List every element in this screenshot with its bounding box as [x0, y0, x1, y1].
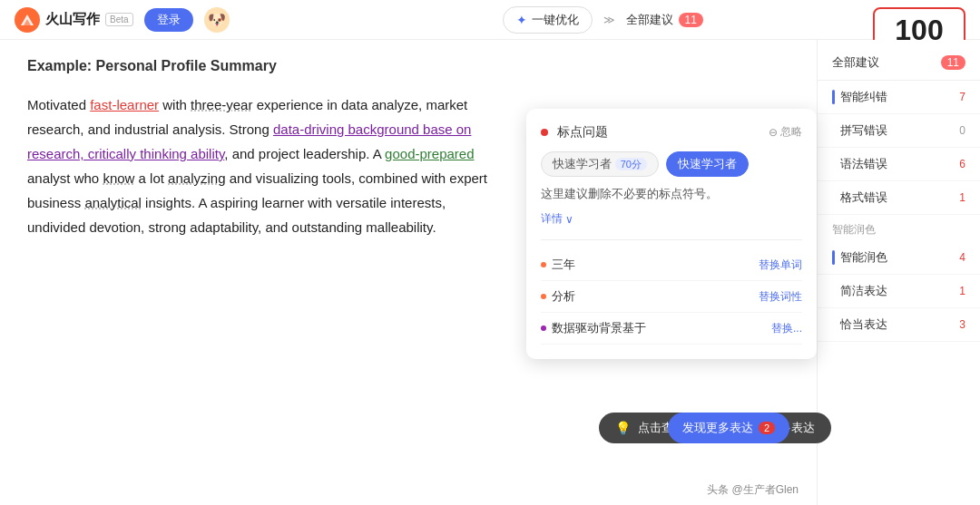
- sidebar-count-4: 1: [959, 191, 965, 204]
- avatar-button[interactable]: 🐶: [204, 7, 230, 33]
- sidebar-header: 全部建议 11: [818, 51, 980, 81]
- discover-button[interactable]: 发现更多表达 2: [668, 413, 789, 443]
- panel-detail-button[interactable]: 详情 ∨: [541, 211, 802, 227]
- sidebar-item-spelling[interactable]: 拼写错误 0: [818, 114, 980, 148]
- suggestions-count: 11: [679, 13, 703, 27]
- app-name: 火山写作: [45, 11, 100, 28]
- panel-header: 标点问题 ⊖ 忽略: [541, 123, 802, 141]
- row-action-3[interactable]: 替换...: [771, 321, 802, 336]
- highlight-know[interactable]: know: [103, 170, 134, 186]
- sidebar-indicator-7: [832, 317, 835, 332]
- document-title: Example: Personal Profile Summary: [27, 58, 499, 74]
- panel-options: 快速学习者 70分 快速学习者: [541, 151, 802, 177]
- sidebar-item-smart-correction[interactable]: 智能纠错 7: [818, 81, 980, 114]
- panel-row-1[interactable]: 三年 替换单词: [541, 249, 802, 281]
- sidebar-item-left-7: 恰当表达: [832, 316, 887, 333]
- panel-detail-text: 详情: [541, 211, 563, 227]
- more-options-icon[interactable]: ≫: [603, 14, 615, 26]
- optimize-button[interactable]: ✦ 一键优化: [503, 6, 593, 34]
- panel-dot-icon: [541, 129, 548, 136]
- original-option-text: 快速学习者: [553, 157, 612, 170]
- row-action-2[interactable]: 替换词性: [759, 289, 802, 305]
- sidebar-header-count: 11: [941, 55, 965, 70]
- sidebar-label-7: 恰当表达: [840, 316, 887, 333]
- sidebar-label-6: 简洁表达: [840, 283, 887, 299]
- highlight-analytical[interactable]: analytical: [84, 195, 142, 210]
- sidebar-count-2: 0: [959, 124, 965, 137]
- tooltip-icon: 💡: [615, 421, 631, 435]
- active-option[interactable]: 快速学习者: [666, 151, 749, 177]
- row-text-1: 三年: [552, 257, 575, 273]
- highlight-analyzing[interactable]: analyzing: [168, 170, 225, 186]
- text-motivated: Motivated: [27, 97, 90, 112]
- logo-icon: [15, 7, 40, 33]
- chevron-down-icon: ∨: [565, 213, 573, 226]
- sidebar-label-2: 拼写错误: [840, 122, 887, 139]
- panel-row-3[interactable]: 数据驱动背景基于 替换...: [541, 313, 802, 345]
- sidebar-indicator-5: [832, 250, 835, 265]
- optimize-label: 一键优化: [532, 12, 579, 28]
- sidebar-indicator-1: [832, 90, 835, 104]
- ignore-button[interactable]: ⊖ 忽略: [769, 124, 802, 140]
- sidebar-label-4: 格式错误: [840, 189, 887, 206]
- panel-note: 这里建议删除不必要的标点符号。: [541, 186, 802, 202]
- option-score: 70分: [615, 158, 647, 170]
- original-option[interactable]: 快速学习者 70分: [541, 151, 659, 177]
- sidebar-item-grammar[interactable]: 语法错误 6: [818, 148, 980, 181]
- ignore-label: 忽略: [780, 124, 802, 140]
- text-analyst: analyst who: [27, 170, 103, 186]
- suggestion-panel: 标点问题 ⊖ 忽略 快速学习者 70分 快速学习者 这里建议删除不必要的标点符号…: [526, 109, 817, 359]
- row-text-3: 数据驱动背景基于: [552, 320, 646, 336]
- document-body[interactable]: Motivated fast-learner with three-year e…: [27, 92, 499, 239]
- sidebar-label-5: 智能润色: [840, 249, 887, 266]
- sidebar-section-polish: 智能润色: [818, 215, 980, 241]
- row-dot-icon-3: [541, 325, 546, 331]
- sidebar-count-5: 4: [959, 251, 965, 264]
- sidebar-indicator-3: [832, 157, 835, 171]
- sidebar-item-left-3: 语法错误: [832, 156, 887, 172]
- row-dot-icon-1: [541, 262, 546, 267]
- sidebar-item-left-6: 简洁表达: [832, 283, 887, 299]
- sidebar-item-appropriate[interactable]: 恰当表达 3: [818, 308, 980, 342]
- sidebar-count-3: 6: [959, 158, 965, 170]
- ignore-icon: ⊖: [769, 126, 778, 139]
- panel-title: 标点问题: [557, 124, 608, 139]
- sidebar-label-3: 语法错误: [840, 156, 887, 172]
- editor-area: Example: Personal Profile Summary Motiva…: [0, 40, 526, 505]
- sidebar-indicator-4: [832, 190, 835, 205]
- row-action-1[interactable]: 替换单词: [759, 257, 802, 273]
- row-text-2: 分析: [552, 288, 575, 305]
- login-button[interactable]: 登录: [144, 8, 193, 32]
- discover-count: 2: [759, 422, 775, 434]
- text-with: with: [159, 97, 191, 112]
- sidebar-count-1: 7: [959, 91, 965, 103]
- sidebar-count-6: 1: [959, 285, 965, 297]
- star-icon: ✦: [516, 13, 527, 27]
- sidebar-item-polish[interactable]: 智能润色 4: [818, 241, 980, 275]
- sidebar-header-title: 全部建议: [832, 54, 879, 71]
- logo-area: 火山写作 Beta: [15, 7, 133, 33]
- suggestions-area: 全部建议 11: [626, 12, 703, 28]
- panel-row-2[interactable]: 分析 替换词性: [541, 281, 802, 313]
- highlight-three-year[interactable]: three-year: [191, 97, 252, 112]
- discover-label: 发现更多表达: [682, 420, 753, 436]
- sidebar-item-format[interactable]: 格式错误 1: [818, 181, 980, 215]
- text-a-lot: a lot: [134, 170, 168, 186]
- highlight-fast-learner[interactable]: fast-learner: [90, 97, 159, 112]
- sidebar-item-concise[interactable]: 简洁表达 1: [818, 275, 980, 308]
- sidebar-indicator-6: [832, 284, 835, 298]
- sidebar-item-left-5: 智能润色: [832, 249, 887, 266]
- sidebar-count-7: 3: [959, 318, 965, 331]
- sidebar-indicator-2: [832, 123, 835, 138]
- sidebar-item-left-1: 智能纠错: [832, 89, 887, 105]
- highlight-good-prepared[interactable]: good-prepared: [385, 146, 474, 161]
- text-and-project: , and project leadership. A: [224, 146, 385, 161]
- topbar: 火山写作 Beta 登录 🐶 ✦ 一键优化 ≫ 全部建议 11: [0, 0, 980, 40]
- sidebar-item-left-2: 拼写错误: [832, 122, 887, 139]
- panel-divider: [541, 239, 802, 240]
- sidebar-label-1: 智能纠错: [840, 89, 887, 105]
- topbar-center: ✦ 一键优化 ≫ 全部建议 11: [240, 6, 965, 34]
- sidebar-item-left-4: 格式错误: [832, 189, 887, 206]
- panel-title-area: 标点问题: [541, 123, 608, 141]
- right-sidebar: 全部建议 11 智能纠错 7 拼写错误 0 语法错误 6 格式错误 1 智能润色: [817, 40, 980, 505]
